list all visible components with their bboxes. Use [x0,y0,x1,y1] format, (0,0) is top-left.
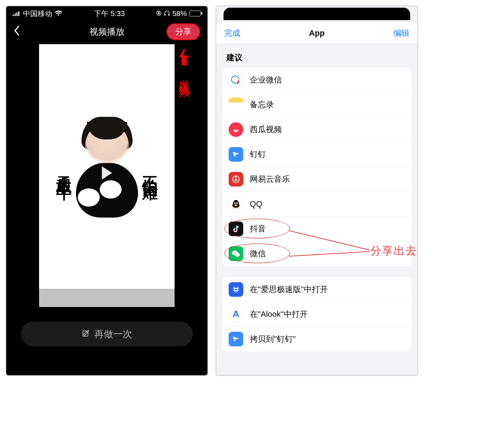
done-button[interactable]: 完成 [224,28,240,39]
svg-rect-2 [16,12,18,16]
app-label: 在"Alook"中打开 [250,309,308,320]
page-title: 视频播放 [89,26,125,38]
sheet-backdrop [216,6,417,24]
time-label: 下午 5:33 [94,9,125,19]
svg-point-25 [233,252,234,253]
app-row-dingcopy[interactable]: 拷贝到"钉钉" [222,327,412,352]
app-row-xigua[interactable]: 西瓜视频 [222,117,412,142]
video-share-screen: 中国移动 下午 5:33 58% 视频播放 分享 发送视频 勇敢牛牛 [5,5,208,376]
app-row-netease[interactable]: 网易云音乐 [222,167,412,192]
wework-icon [229,73,243,87]
app-row-aisi[interactable]: 在"爱思极速版"中打开 [222,277,412,302]
app-row-alook[interactable]: A 在"Alook"中打开 [222,302,412,327]
xigua-icon [229,122,243,137]
dingtalk-copy-icon [229,332,243,346]
app-label: 企业微信 [250,74,282,85]
svg-point-14 [235,130,236,131]
lock-icon [156,9,161,18]
app-row-douyin[interactable]: 抖音 [222,216,412,241]
app-row-wework[interactable]: 企业微信 [222,68,412,92]
netease-icon [229,172,243,187]
battery-icon [189,11,201,16]
app-label: 微信 [250,248,266,259]
app-list-actions: 在"爱思极速版"中打开 A 在"Alook"中打开 拷贝到"钉钉" [222,277,412,352]
app-label: 在"爱思极速版"中打开 [250,284,328,295]
headphones-icon [164,9,170,18]
status-bar: 中国移动 下午 5:33 58% [6,6,207,21]
share-sheet-screen: 完成 App 编辑 建议 企业微信 备忘录 西瓜视频 钉钉 [215,5,418,376]
svg-point-17 [235,179,237,181]
svg-point-11 [238,78,240,80]
app-label: 抖音 [250,223,266,234]
svg-rect-7 [168,14,169,16]
svg-rect-6 [164,14,165,16]
svg-point-21 [236,202,238,204]
sheet-header: 完成 App 编辑 [216,22,417,44]
nav-bar: 视频播放 分享 [6,21,207,43]
video-progress-area [39,289,175,307]
app-label: 钉钉 [250,149,266,160]
wechat-icon [229,246,243,261]
app-label: QQ [250,199,262,209]
edit-icon [82,329,91,340]
aisi-icon [229,282,243,297]
svg-rect-0 [13,15,14,16]
app-row-qq[interactable]: QQ [222,192,412,216]
svg-point-24 [235,253,240,257]
app-label: 备忘录 [250,99,274,110]
share-button[interactable]: 分享 [167,23,200,40]
signal-icon [13,9,21,18]
play-icon[interactable] [102,166,112,180]
svg-point-22 [234,204,238,206]
app-label: 拷贝到"钉钉" [250,334,296,345]
douyin-icon [229,222,243,236]
section-suggestions: 建议 [216,44,417,68]
alook-icon: A [229,307,243,322]
battery-label: 58% [172,9,187,18]
qq-icon [229,197,243,211]
svg-rect-3 [18,11,19,16]
svg-point-15 [236,130,237,131]
video-preview[interactable]: 勇敢牛牛 不怕困难 [39,44,175,307]
redo-button[interactable]: 再做一次 [21,322,193,346]
svg-point-27 [236,254,237,255]
sheet-title: App [309,28,325,38]
svg-point-20 [234,202,236,204]
annotation-share-out: 分享出去 [370,243,417,258]
dingtalk-icon [229,147,243,162]
edit-button[interactable]: 编辑 [393,28,409,39]
carrier-label: 中国移动 [23,9,52,19]
meme-right-text: 不怕困难 [140,164,160,176]
app-label: 西瓜视频 [250,124,282,135]
annotation-arrow-icon [179,49,189,57]
notes-icon [229,97,243,112]
annotation-send-video: 发送视频 [176,71,191,80]
svg-point-12 [237,83,238,84]
svg-point-26 [235,252,236,253]
redo-label: 再做一次 [94,328,132,341]
app-row-notes[interactable]: 备忘录 [222,92,412,117]
wifi-icon [54,9,62,18]
svg-point-28 [238,254,238,255]
app-row-dingtalk[interactable]: 钉钉 [222,142,412,167]
svg-point-10 [237,81,240,83]
app-label: 网易云音乐 [250,174,290,185]
app-list: 企业微信 备忘录 西瓜视频 钉钉 网易云音乐 [222,68,412,266]
meme-left-text: 勇敢牛牛 [54,164,74,176]
svg-rect-1 [15,14,16,16]
back-button[interactable] [14,26,20,38]
